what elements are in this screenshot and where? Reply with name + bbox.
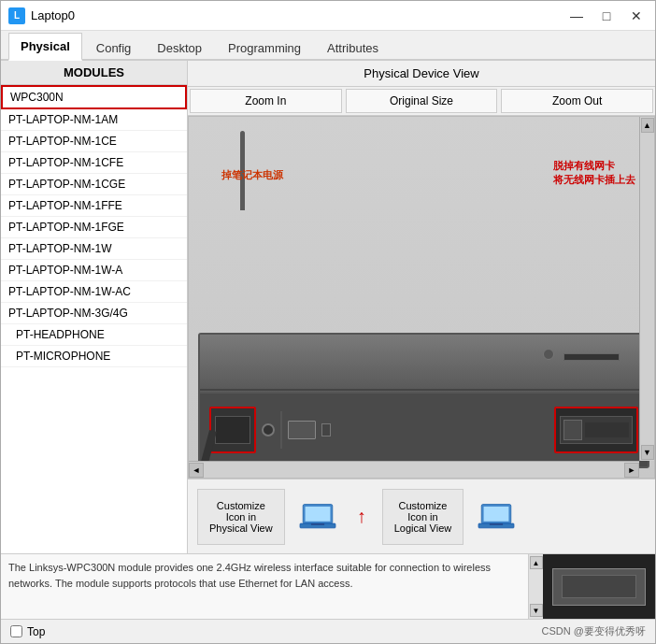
module-item-nm1am[interactable]: PT-LAPTOP-NM-1AM [1, 109, 187, 131]
module-item-headphone[interactable]: PT-HEADPHONE [1, 324, 187, 346]
vertical-scrollbar[interactable]: ▲ ▼ [639, 117, 654, 461]
minimize-button[interactable]: — [565, 5, 588, 27]
modules-list[interactable]: WPC300N PT-LAPTOP-NM-1AM PT-LAPTOP-NM-1C… [1, 85, 187, 553]
power-button [543, 349, 554, 360]
scroll-left-button[interactable]: ◄ [189, 463, 204, 478]
wireless-card [560, 416, 633, 444]
desc-scroll-up[interactable]: ▲ [530, 556, 543, 569]
tab-physical[interactable]: Physical [8, 33, 82, 61]
port-area [200, 392, 648, 466]
right-module-slot [554, 407, 638, 453]
top-checkbox-label[interactable]: Top [10, 625, 45, 638]
module-preview [552, 568, 646, 606]
svg-rect-7 [490, 523, 503, 525]
tab-desktop[interactable]: Desktop [145, 35, 214, 61]
annotation-blue: 掉笔记本电源 [221, 168, 283, 182]
svg-rect-5 [484, 506, 509, 521]
description-text: The Linksys-WPC300N module provides one … [1, 554, 528, 619]
device-canvas: 掉笔记本电源 脱掉有线网卡将无线网卡插上去 [189, 117, 654, 478]
right-panel: Physical Device View Zoom In Original Si… [188, 61, 655, 553]
window-controls: — □ ✕ [565, 5, 648, 27]
laptop-top [200, 335, 648, 391]
card-connector [585, 422, 629, 437]
laptop-icon-physical [299, 503, 336, 531]
main-window: L Laptop0 — □ ✕ Physical Config Desktop … [0, 0, 656, 644]
customize-physical-label: CustomizeIcon inPhysical View [209, 500, 273, 534]
zoom-out-button[interactable]: Zoom Out [501, 89, 653, 113]
module-item-nm1cge[interactable]: PT-LAPTOP-NM-1CGE [1, 174, 187, 195]
module-item-nm1ce[interactable]: PT-LAPTOP-NM-1CE [1, 131, 187, 152]
zoom-in-button[interactable]: Zoom In [190, 89, 342, 113]
circular-port [262, 423, 275, 436]
maximize-button[interactable]: □ [595, 5, 618, 27]
arrow-indicator: ↑ [350, 506, 373, 527]
drive-slot [563, 353, 620, 361]
tabs-bar: Physical Config Desktop Programming Attr… [1, 31, 655, 61]
module-item-nm1fge[interactable]: PT-LAPTOP-NM-1FGE [1, 217, 187, 238]
description-area: The Linksys-WPC300N module provides one … [1, 553, 655, 619]
card-body [563, 420, 582, 440]
top-label: Top [27, 625, 45, 638]
annotation-red: 脱掉有线网卡将无线网卡插上去 [553, 159, 635, 188]
left-module-slot [209, 407, 256, 453]
customize-logical-label: CustomizeIcon inLogical View [394, 500, 452, 534]
port-divider [280, 411, 282, 449]
zoom-controls: Zoom In Original Size Zoom Out [188, 87, 655, 116]
ethernet-port [288, 421, 316, 439]
laptop-icon-logical [478, 503, 515, 531]
slot-inner [215, 416, 250, 444]
customize-area: CustomizeIcon inPhysical View ↑ Customiz… [188, 479, 655, 553]
laptop-body [198, 333, 649, 468]
top-checkbox[interactable] [10, 625, 22, 637]
preview-area [543, 554, 655, 619]
status-bar: Top CSDN @要变得优秀呀 [1, 619, 655, 643]
module-item-nm1wac[interactable]: PT-LAPTOP-NM-1W-AC [1, 281, 187, 303]
module-item-microphone[interactable]: PT-MICROPHONE [1, 346, 187, 367]
app-icon: L [8, 7, 25, 24]
small-port [321, 423, 331, 436]
scroll-up-button[interactable]: ▲ [641, 118, 654, 133]
tab-attributes[interactable]: Attributes [315, 35, 391, 61]
tab-programming[interactable]: Programming [216, 35, 313, 61]
device-view-wrapper: ▲ ▼ [188, 116, 655, 479]
physical-device-title: Physical Device View [188, 61, 655, 87]
watermark-text: CSDN @要变得优秀呀 [542, 624, 646, 638]
horizontal-scrollbar[interactable]: ◄ ► [189, 461, 639, 478]
module-item-nm1cfe[interactable]: PT-LAPTOP-NM-1CFE [1, 152, 187, 174]
main-content: MODULES WPC300N PT-LAPTOP-NM-1AM PT-LAPT… [1, 61, 655, 553]
svg-rect-3 [311, 523, 324, 525]
module-item-nm3g4g[interactable]: PT-LAPTOP-NM-3G/4G [1, 303, 187, 324]
title-bar: L Laptop0 — □ ✕ [1, 1, 655, 31]
customize-physical-button[interactable]: CustomizeIcon inPhysical View [197, 489, 285, 545]
window-title: Laptop0 [31, 8, 75, 22]
close-button[interactable]: ✕ [625, 5, 648, 27]
tab-config[interactable]: Config [84, 35, 144, 61]
module-preview-inner [562, 575, 636, 598]
module-item-nm1wa[interactable]: PT-LAPTOP-NM-1W-A [1, 260, 187, 281]
device-view[interactable]: ▲ ▼ [188, 116, 655, 479]
arrow-up-icon: ↑ [357, 506, 366, 527]
desc-scroll-down[interactable]: ▼ [530, 604, 543, 617]
title-left: L Laptop0 [8, 7, 75, 24]
modules-header: MODULES [1, 61, 187, 85]
module-item-nm1ffe[interactable]: PT-LAPTOP-NM-1FFE [1, 195, 187, 217]
module-item-nm1w[interactable]: PT-LAPTOP-NM-1W [1, 238, 187, 260]
desc-scrollbar[interactable]: ▲ ▼ [528, 554, 543, 619]
scroll-down-button[interactable]: ▼ [641, 445, 654, 460]
customize-logical-button[interactable]: CustomizeIcon inLogical View [382, 489, 464, 545]
left-panel: MODULES WPC300N PT-LAPTOP-NM-1AM PT-LAPT… [1, 61, 188, 553]
module-item-wpc300n[interactable]: WPC300N [1, 85, 187, 109]
svg-rect-1 [305, 506, 330, 521]
scroll-right-button[interactable]: ► [624, 463, 639, 478]
original-size-button[interactable]: Original Size [346, 89, 498, 113]
